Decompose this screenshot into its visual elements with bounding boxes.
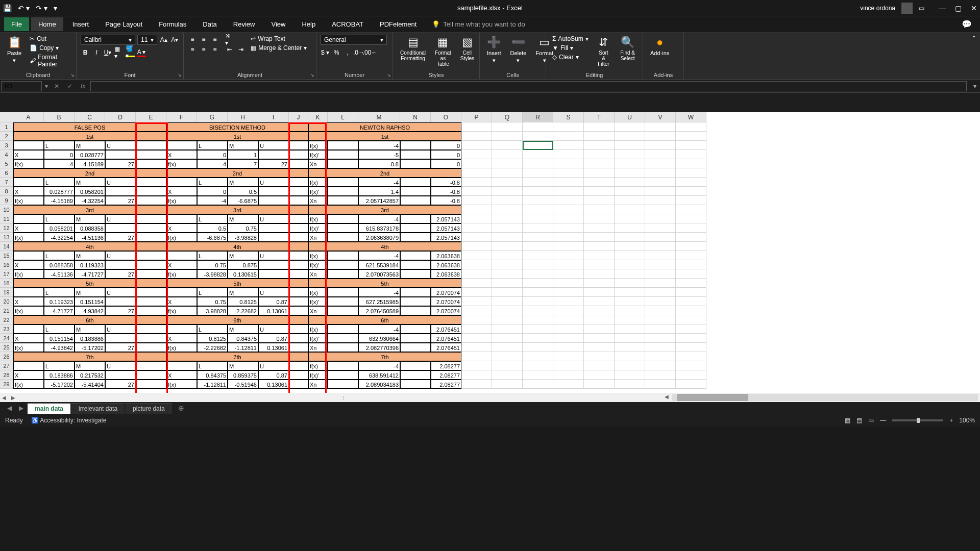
redo-icon[interactable]: ↷ ▾: [36, 4, 47, 12]
row-header-1[interactable]: 1: [0, 122, 13, 132]
cell-M8[interactable]: 1.4: [358, 187, 400, 196]
cell-T19[interactable]: [584, 288, 615, 297]
cell-R23[interactable]: [523, 324, 553, 334]
cell-G20[interactable]: 0.75: [197, 297, 228, 306]
cell-V1[interactable]: [645, 122, 676, 132]
cell-W8[interactable]: [676, 187, 706, 196]
cell-O23[interactable]: 2.076451: [431, 324, 461, 334]
cell-A16[interactable]: X: [13, 260, 44, 269]
minimize-icon[interactable]: —: [939, 4, 946, 12]
cell-I21[interactable]: 0.13061: [258, 306, 289, 315]
cell-T4[interactable]: [584, 150, 615, 159]
cell-K19[interactable]: f(x): [308, 288, 328, 297]
collapse-ribbon-icon[interactable]: ⌃: [971, 35, 976, 42]
align-right-icon[interactable]: ≡: [210, 45, 219, 54]
tab-file[interactable]: File: [4, 17, 29, 31]
cell-P11[interactable]: [461, 214, 492, 223]
cell-P19[interactable]: [461, 288, 492, 297]
cell-H3[interactable]: M: [228, 141, 258, 150]
cell-K27[interactable]: f(x): [308, 361, 328, 370]
cell-K3[interactable]: f(x): [308, 141, 328, 150]
cell-P2[interactable]: [461, 132, 492, 141]
cell-H8[interactable]: 0.5: [228, 187, 258, 196]
cell-A11[interactable]: [13, 214, 44, 223]
tab-view[interactable]: View: [264, 17, 292, 31]
cell-L20[interactable]: [328, 297, 358, 306]
cell-V26[interactable]: [645, 352, 676, 361]
merge-center-button[interactable]: ▦Merge & Center ▾: [249, 44, 309, 52]
cell-G17[interactable]: -3.98828: [197, 269, 228, 279]
cell-L12[interactable]: [328, 223, 358, 233]
cell-D23[interactable]: U: [105, 324, 136, 334]
cell-W4[interactable]: [676, 150, 706, 159]
cell-N28[interactable]: [400, 370, 431, 380]
cell-A27[interactable]: [13, 361, 44, 370]
increase-font-icon[interactable]: A▴: [159, 35, 168, 44]
cell-C25[interactable]: -5.17202: [75, 343, 105, 352]
cell-F6[interactable]: 2nd: [166, 168, 308, 178]
col-header-E[interactable]: E: [136, 112, 166, 122]
cell-H25[interactable]: -1.12811: [228, 343, 258, 352]
insert-cells-button[interactable]: ➕Insert▾: [484, 35, 504, 65]
cell-Q8[interactable]: [492, 187, 523, 196]
cell-R5[interactable]: [523, 159, 553, 168]
cell-S20[interactable]: [553, 297, 584, 306]
row-header-29[interactable]: 29: [0, 380, 13, 389]
cell-L21[interactable]: [328, 306, 358, 315]
col-header-L[interactable]: L: [328, 112, 358, 122]
cell-V16[interactable]: [645, 260, 676, 269]
cell-O21[interactable]: 2.070074: [431, 306, 461, 315]
cell-A29[interactable]: f(x): [13, 380, 44, 389]
row-header-4[interactable]: 4: [0, 150, 13, 159]
cell-W28[interactable]: [676, 370, 706, 380]
cell-L4[interactable]: [328, 150, 358, 159]
cell-A9[interactable]: f(x): [13, 196, 44, 205]
cell-R20[interactable]: [523, 297, 553, 306]
cell-R11[interactable]: [523, 214, 553, 223]
cell-T8[interactable]: [584, 187, 615, 196]
align-top-icon[interactable]: ≡: [188, 35, 197, 44]
cell-W9[interactable]: [676, 196, 706, 205]
cell-D11[interactable]: U: [105, 214, 136, 223]
cell-P6[interactable]: [461, 168, 492, 178]
cell-F14[interactable]: 4th: [166, 242, 308, 251]
cell-A18[interactable]: 5th: [13, 279, 166, 288]
cell-F20[interactable]: X: [166, 297, 197, 306]
cell-F21[interactable]: f(x): [166, 306, 197, 315]
maximize-icon[interactable]: ▢: [955, 4, 962, 12]
cell-M13[interactable]: 2.063638079: [358, 233, 400, 242]
row-header-17[interactable]: 17: [0, 269, 13, 279]
cell-A26[interactable]: 7th: [13, 352, 166, 361]
accounting-icon[interactable]: $ ▾: [321, 48, 330, 57]
cell-P3[interactable]: [461, 141, 492, 150]
cell-B19[interactable]: L: [44, 288, 75, 297]
cell-R26[interactable]: [523, 352, 553, 361]
zoom-slider[interactable]: [892, 419, 943, 421]
cell-V19[interactable]: [645, 288, 676, 297]
cell-R24[interactable]: [523, 334, 553, 343]
cell-L24[interactable]: [328, 334, 358, 343]
cell-L15[interactable]: [328, 251, 358, 260]
accessibility-status[interactable]: ♿ Accessibility: Investigate: [31, 417, 107, 424]
cell-O28[interactable]: 2.08277: [431, 370, 461, 380]
cell-R7[interactable]: [523, 178, 553, 187]
cell-N5[interactable]: [400, 159, 431, 168]
cell-Q11[interactable]: [492, 214, 523, 223]
cell-C21[interactable]: -4.93842: [75, 306, 105, 315]
cell-Q1[interactable]: [492, 122, 523, 132]
cell-J13[interactable]: [289, 233, 308, 242]
cell-S7[interactable]: [553, 178, 584, 187]
cell-M27[interactable]: -4: [358, 361, 400, 370]
cell-B20[interactable]: 0.119323: [44, 297, 75, 306]
cell-C20[interactable]: 0.151154: [75, 297, 105, 306]
cell-Q6[interactable]: [492, 168, 523, 178]
cell-D19[interactable]: U: [105, 288, 136, 297]
cell-N27[interactable]: [400, 361, 431, 370]
cell-J23[interactable]: [289, 324, 308, 334]
cell-J16[interactable]: [289, 260, 308, 269]
cell-L3[interactable]: [328, 141, 358, 150]
cell-Q28[interactable]: [492, 370, 523, 380]
cell-U28[interactable]: [615, 370, 645, 380]
cell-N3[interactable]: [400, 141, 431, 150]
cell-K24[interactable]: f(x)': [308, 334, 328, 343]
